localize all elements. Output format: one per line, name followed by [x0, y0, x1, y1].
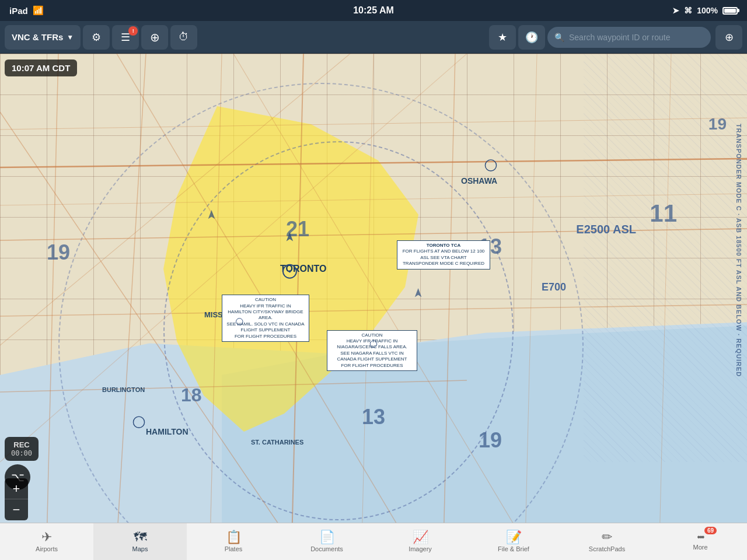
maps-icon: 🗺	[134, 531, 146, 544]
time-display: 10:07 AM CDT	[5, 60, 77, 76]
toolbar: VNC & TFRs ▼ ⚙ ☰ ! ⊕ ⏱ ★ 🕐 🔍 ⊕	[0, 21, 747, 54]
documents-icon: 📄	[319, 531, 335, 544]
tab-maps[interactable]: 🗺 Maps	[93, 523, 187, 560]
status-bar: iPad 📶 10:25 AM ➤ ⌘ 100%	[0, 0, 747, 21]
layers-button[interactable]: ☰ !	[112, 25, 139, 50]
aeronautical-chart[interactable]: 19 11 13 19 21 18 13 19 TORONTO OSHAWA M…	[0, 54, 747, 523]
airports-icon: ✈	[41, 531, 52, 544]
svg-marker-27	[415, 288, 421, 297]
tab-documents[interactable]: 📄 Documents	[280, 523, 374, 560]
minus-icon: −	[13, 502, 20, 517]
map-type-button[interactable]: VNC & TFRs ▼	[5, 25, 81, 50]
filebrief-icon: 📝	[506, 531, 522, 544]
tab-imagery[interactable]: 📈 Imagery	[374, 523, 467, 560]
restricted-airspace	[584, 54, 747, 462]
oshawa-label: OSHAWA	[461, 176, 497, 186]
rec-label: REC	[7, 440, 36, 449]
imagery-icon: 📈	[413, 531, 428, 544]
notification-badge: !	[128, 26, 138, 36]
map-area[interactable]: 19 11 13 19 21 18 13 19 TORONTO OSHAWA M…	[0, 54, 747, 523]
airports-label: Airports	[36, 545, 58, 552]
carrier-label: iPad	[9, 6, 28, 16]
tab-scratchpads[interactable]: ✏ ScratchPads	[560, 523, 654, 560]
battery-indicator	[722, 7, 738, 15]
more-label: More	[693, 544, 707, 551]
search-bar[interactable]: 🔍	[547, 27, 711, 48]
tab-filebrief[interactable]: 📝 File & Brief	[467, 523, 560, 560]
clock-icon: 🕐	[525, 31, 538, 44]
zoom-controls: + −	[5, 478, 28, 520]
caution-niagara-box: CAUTION HEAVY IFR TRAFFIC IN NIAGARA/SCE…	[327, 330, 417, 371]
search-input[interactable]	[569, 33, 704, 42]
map-type-label: VNC & TFRs	[12, 32, 63, 42]
rec-button[interactable]: REC 00:00	[5, 437, 39, 461]
scratchpads-label: ScratchPads	[589, 545, 625, 552]
tca-infobox: TORONTO TCA FOR FLIGHTS AT AND BELOW 12 …	[397, 240, 490, 270]
transponder-note: TRANSPONDER MODE C · ASB 18500 FT ASL AN…	[735, 124, 742, 377]
history-button[interactable]: 🕐	[518, 25, 545, 50]
star-icon: ★	[498, 31, 507, 44]
search-icon: 🔍	[554, 33, 564, 42]
rec-time: 00:00	[7, 449, 36, 457]
location-arrow-icon: ➤	[672, 6, 679, 15]
timer-button[interactable]: ⏱	[170, 25, 197, 50]
globe-icon: ⊕	[150, 30, 160, 44]
favorites-button[interactable]: ★	[489, 25, 516, 50]
svg-point-21	[485, 160, 496, 171]
more-badge: 69	[704, 527, 717, 534]
sector-19-left: 19	[47, 240, 70, 265]
documents-label: Documents	[310, 545, 343, 552]
gear-icon: ⚙	[92, 31, 101, 44]
e700-label: E700	[542, 281, 566, 293]
filebrief-label: File & Brief	[498, 545, 529, 552]
settings-button[interactable]: ⚙	[83, 25, 110, 50]
scratchpads-icon: ✏	[602, 531, 612, 544]
globe-button[interactable]: ⊕	[141, 25, 168, 50]
plus-icon: +	[13, 481, 20, 496]
tab-airports[interactable]: ✈ Airports	[0, 523, 93, 560]
maps-label: Maps	[132, 545, 148, 552]
tab-more[interactable]: ••• More 69	[654, 523, 747, 560]
crosshair-icon: ⊕	[725, 31, 734, 44]
status-left: iPad 📶	[9, 5, 44, 16]
zoom-out-button[interactable]: −	[5, 499, 28, 520]
status-right: ➤ ⌘ 100%	[672, 6, 738, 15]
battery-percent: 100%	[697, 6, 718, 15]
tab-bar: ✈ Airports 🗺 Maps 📋 Plates 📄 Documents 📈…	[0, 523, 747, 560]
plates-icon: 📋	[226, 531, 242, 544]
tab-plates[interactable]: 📋 Plates	[187, 523, 280, 560]
dropdown-arrow-icon: ▼	[67, 33, 74, 41]
more-icon: •••	[697, 533, 704, 542]
imagery-label: Imagery	[409, 545, 432, 552]
timer-icon: ⏱	[179, 31, 189, 43]
caution-hamilton-box: CAUTION HEAVY IFR TRAFFIC IN HAMILTON CI…	[222, 295, 309, 342]
wifi-icon: 📶	[33, 5, 44, 16]
status-time: 10:25 AM	[353, 5, 394, 16]
zoom-in-button[interactable]: +	[5, 478, 28, 499]
location-button[interactable]: ⊕	[715, 25, 742, 50]
plates-label: Plates	[225, 545, 243, 552]
bluetooth-icon: ⌘	[684, 6, 692, 15]
